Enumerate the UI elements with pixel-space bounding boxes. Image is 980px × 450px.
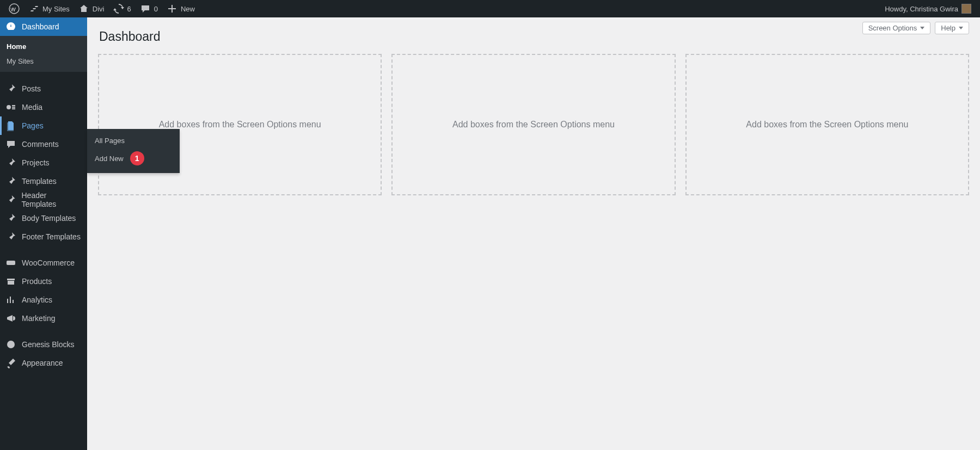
pin-icon [5,213,16,224]
sidebar-item-footer-templates[interactable]: Footer Templates [0,227,87,246]
updates-count: 6 [127,5,131,13]
sidebar-item-label: Header Templates [22,191,82,208]
pin-icon [5,83,16,94]
home-icon [78,3,89,14]
flyout-item-label: All Pages [95,137,125,145]
update-icon [113,3,124,14]
dashboard-icon [5,21,16,32]
pin-icon [5,194,16,205]
screen-options-button[interactable]: Screen Options [862,22,931,34]
howdy-text: Howdy, Christina Gwira [885,5,958,13]
plus-icon [167,3,177,14]
account-link[interactable]: Howdy, Christina Gwira [880,0,976,17]
dashboard-box-placeholder[interactable]: Add boxes from the Screen Options menu [685,54,969,195]
my-sites-label: My Sites [42,5,70,13]
chart-bar-icon [5,294,16,305]
help-button[interactable]: Help [935,22,969,34]
comments-count: 0 [154,5,158,13]
sidebar-item-label: WooCommerce [22,258,75,267]
new-content-link[interactable]: New [162,0,199,17]
chevron-down-icon [959,27,963,29]
dashboard-box-placeholder[interactable]: Add boxes from the Screen Options menu [391,54,675,195]
sidebar-item-header-templates[interactable]: Header Templates [0,190,87,209]
brush-icon [5,357,16,368]
sidebar-item-posts[interactable]: Posts [0,79,87,98]
pin-icon [5,231,16,242]
sidebar-item-templates[interactable]: Templates [0,172,87,190]
sidebar-item-label: Analytics [22,295,52,304]
site-name-link[interactable]: Divi [74,0,109,17]
pages-icon [5,120,16,131]
sidebar-item-pages[interactable]: Pages [0,116,87,135]
sidebar-item-label: Projects [22,158,50,167]
comment-icon [5,139,16,150]
media-icon [5,102,16,113]
sidebar-item-label: Marketing [22,314,55,323]
svg-point-1 [7,105,11,109]
sidebar-item-label: Media [22,103,42,112]
avatar [961,4,971,14]
sidebar-subitem-my-sites[interactable]: My Sites [0,54,87,69]
comment-icon [140,3,151,14]
chevron-down-icon [920,27,924,29]
flyout-pages: All Pages Add New 1 [87,129,180,173]
admin-sidebar: Dashboard Home My Sites Posts Media Page… [0,17,87,450]
screen-options-label: Screen Options [868,24,917,32]
flyout-item-all-pages[interactable]: All Pages [87,133,180,148]
sidebar-item-media[interactable]: Media [0,98,87,116]
wp-logo[interactable] [4,0,24,17]
site-name-label: Divi [93,5,105,13]
sidebar-item-dashboard[interactable]: Dashboard [0,17,87,36]
sidebar-item-label: Footer Templates [22,232,81,241]
sidebar-item-genesis-blocks[interactable]: Genesis Blocks [0,335,87,354]
sidebar-item-label: Pages [22,121,44,130]
sidebar-item-label: Appearance [22,359,63,367]
my-sites-link[interactable]: My Sites [24,0,74,17]
page-title: Dashboard [99,29,969,44]
archive-icon [5,276,16,287]
pin-icon [5,157,16,168]
sidebar-item-appearance[interactable]: Appearance [0,354,87,372]
sidebar-item-label: Products [22,277,52,286]
sidebar-item-label: Dashboard [22,22,59,31]
woo-icon [5,257,16,268]
comments-link[interactable]: 0 [136,0,162,17]
sidebar-item-body-templates[interactable]: Body Templates [0,209,87,227]
sidebar-item-label: Genesis Blocks [22,340,74,349]
svg-point-3 [7,341,15,348]
sidebar-item-woocommerce[interactable]: WooCommerce [0,254,87,272]
sidebar-item-projects[interactable]: Projects [0,153,87,172]
svg-rect-2 [7,261,15,265]
box-placeholder-text: Add boxes from the Screen Options menu [746,120,908,130]
updates-link[interactable]: 6 [109,0,136,17]
sidebar-item-label: Body Templates [22,214,76,223]
svg-point-0 [9,4,19,14]
sidebar-submenu-dashboard: Home My Sites [0,36,87,72]
sidebar-subitem-home[interactable]: Home [0,39,87,54]
box-placeholder-text: Add boxes from the Screen Options menu [452,120,615,130]
dashboard-box-placeholder[interactable]: Add boxes from the Screen Options menu [98,54,382,195]
sidebar-item-comments[interactable]: Comments [0,135,87,153]
wordpress-icon [9,3,20,14]
sidebar-item-label: Templates [22,177,57,186]
sidebar-item-label: Posts [22,84,41,93]
sidebar-item-analytics[interactable]: Analytics [0,291,87,309]
pin-icon [5,176,16,187]
sidebar-item-marketing[interactable]: Marketing [0,309,87,328]
dashboard-boxes: Add boxes from the Screen Options menu A… [98,54,969,195]
sidebar-item-products[interactable]: Products [0,272,87,291]
content-area: Screen Options Help Dashboard Add boxes … [87,17,980,450]
flyout-item-label: Add New [95,155,124,163]
sidebar-item-label: Comments [22,140,59,149]
help-label: Help [941,24,955,32]
new-content-label: New [181,5,195,13]
admin-toolbar: My Sites Divi 6 0 New [0,0,980,17]
annotation-badge: 1 [130,151,144,165]
megaphone-icon [5,313,16,324]
genesis-icon [5,339,16,350]
box-placeholder-text: Add boxes from the Screen Options menu [159,120,321,130]
multisite-icon [28,3,39,14]
flyout-item-add-new[interactable]: Add New 1 [87,148,180,169]
